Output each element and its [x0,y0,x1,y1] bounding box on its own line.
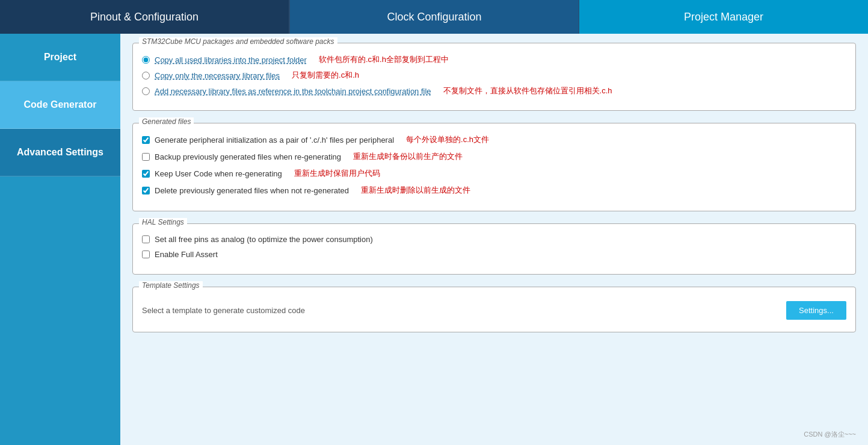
radio-copy-all-input[interactable] [142,56,150,64]
checkbox-keep-user-code: Keep User Code when re-generating 重新生成时保… [142,168,846,179]
generated-files-content: Generate peripheral initialization as a … [142,134,846,196]
content-area: STM32Cube MCU packages and embedded soft… [120,34,868,445]
hal-full-assert-input[interactable] [142,251,150,258]
template-settings-section: Template Settings Select a template to g… [132,287,856,332]
hal-free-pins: Set all free pins as analog (to optimize… [142,235,846,244]
checkbox-delete-files-annotation: 重新生成时删除以前生成的文件 [361,185,470,196]
tab-clock[interactable]: Clock Configuration [289,0,579,34]
radio-copy-all-annotation: 软件包所有的.c和.h全部复制到工程中 [319,54,449,65]
generated-files-section: Generated files Generate peripheral init… [132,123,856,211]
checkbox-keep-user-code-label[interactable]: Keep User Code when re-generating [155,169,282,178]
checkbox-keep-user-code-input[interactable] [142,170,150,178]
radio-add-reference-annotation: 不复制文件，直接从软件包存储位置引用相关.c.h [443,86,612,96]
radio-copy-necessary-input[interactable] [142,72,150,79]
radio-copy-necessary: Copy only the necessary library files 只复… [142,70,846,81]
generated-files-legend: Generated files [139,117,194,126]
hal-settings-content: Set all free pins as analog (to optimize… [142,235,846,259]
template-placeholder-text: Select a template to generate customized… [142,306,774,315]
radio-copy-all: Copy all used libraries into the project… [142,54,846,65]
template-settings-content: Select a template to generate customized… [142,298,846,323]
top-navigation: Pinout & Configuration Clock Configurati… [0,0,868,34]
checkbox-backup-files-input[interactable] [142,153,150,161]
checkbox-delete-files-label[interactable]: Delete previously generated files when n… [155,186,349,195]
hal-settings-section: HAL Settings Set all free pins as analog… [132,223,856,275]
sidebar-item-code-generator[interactable]: Code Generator [0,81,120,129]
hal-free-pins-label[interactable]: Set all free pins as analog (to optimize… [155,235,373,244]
radio-add-reference-input[interactable] [142,87,150,95]
radio-copy-necessary-label[interactable]: Copy only the necessary library files [155,71,280,80]
radio-copy-necessary-annotation: 只复制需要的.c和.h [292,70,359,81]
sidebar-item-project[interactable]: Project [0,34,120,81]
checkbox-generate-peripheral-annotation: 每个外设单独的.c.h文件 [406,134,489,145]
tab-project-manager[interactable]: Project Manager [579,0,868,34]
sidebar: Project Code Generator Advanced Settings [0,34,120,445]
template-settings-legend: Template Settings [139,281,203,290]
checkbox-generate-peripheral-label[interactable]: Generate peripheral initialization as a … [155,135,394,145]
hal-settings-legend: HAL Settings [139,218,187,226]
checkbox-backup-files-label[interactable]: Backup previously generated files when r… [155,152,341,161]
checkbox-generate-peripheral: Generate peripheral initialization as a … [142,134,846,145]
hal-full-assert-label[interactable]: Enable Full Assert [155,250,218,259]
radio-add-reference-label[interactable]: Add necessary library files as reference… [155,87,431,96]
settings-button[interactable]: Settings... [786,301,846,320]
hal-free-pins-input[interactable] [142,235,150,243]
checkbox-delete-files-input[interactable] [142,187,150,194]
radio-add-reference: Add necessary library files as reference… [142,86,846,96]
radio-copy-all-label[interactable]: Copy all used libraries into the project… [155,55,307,64]
tab-pinout[interactable]: Pinout & Configuration [0,0,289,34]
mcu-packages-section: STM32Cube MCU packages and embedded soft… [132,43,856,111]
sidebar-item-advanced-settings[interactable]: Advanced Settings [0,129,120,176]
checkbox-generate-peripheral-input[interactable] [142,136,150,144]
checkbox-keep-user-code-annotation: 重新生成时保留用户代码 [294,168,380,179]
watermark: CSDN @洛尘~~~ [804,430,856,439]
checkbox-delete-files: Delete previously generated files when n… [142,185,846,196]
main-layout: Project Code Generator Advanced Settings… [0,34,868,445]
template-row: Select a template to generate customized… [142,298,846,323]
hal-full-assert: Enable Full Assert [142,250,846,259]
checkbox-backup-files-annotation: 重新生成时备份以前生产的文件 [353,151,463,162]
mcu-packages-legend: STM32Cube MCU packages and embedded soft… [139,37,337,46]
checkbox-backup-files: Backup previously generated files when r… [142,151,846,162]
mcu-packages-content: Copy all used libraries into the project… [142,54,846,96]
